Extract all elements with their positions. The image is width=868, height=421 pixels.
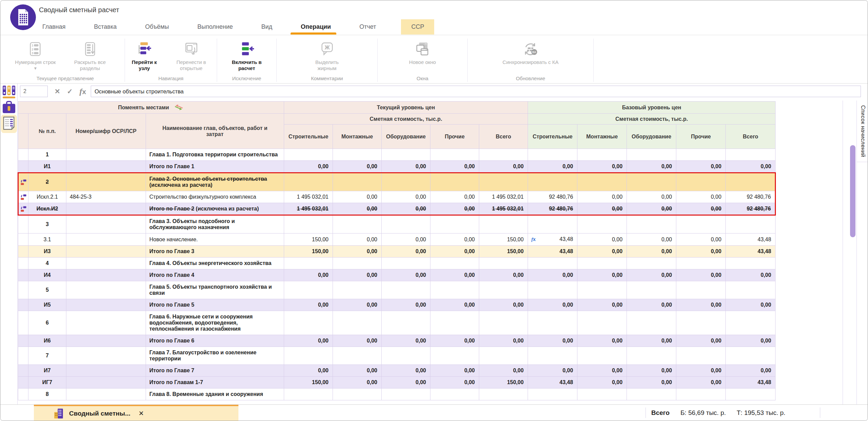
value-cell[interactable]: [577, 311, 627, 335]
value-cell[interactable]: [333, 281, 382, 299]
value-cell[interactable]: 0,00: [627, 203, 676, 215]
value-cell[interactable]: [333, 149, 382, 161]
value-cell[interactable]: [676, 215, 726, 234]
row-marker-cell[interactable]: [18, 389, 28, 400]
value-cell[interactable]: 0,00: [627, 299, 676, 311]
value-cell[interactable]: [676, 347, 726, 365]
value-cell[interactable]: [726, 347, 776, 365]
value-cell[interactable]: 0,00: [577, 203, 627, 215]
value-cell[interactable]: [528, 347, 577, 365]
value-cell[interactable]: 92 480,76: [726, 203, 776, 215]
tab-otchet[interactable]: Отчет: [356, 19, 379, 35]
value-cell[interactable]: [479, 258, 528, 269]
value-cell[interactable]: 0,00: [676, 161, 726, 173]
row-number-cell[interactable]: Искл.И2: [28, 203, 66, 215]
row-marker-cell[interactable]: [18, 347, 28, 365]
value-cell[interactable]: [479, 215, 528, 234]
value-cell[interactable]: 0,00: [627, 269, 676, 281]
row-code-cell[interactable]: [66, 215, 146, 234]
value-cell[interactable]: 0,00: [627, 234, 676, 246]
value-cell[interactable]: [430, 311, 479, 335]
value-cell[interactable]: [333, 215, 382, 234]
value-cell[interactable]: [577, 347, 627, 365]
value-cell[interactable]: 0,00: [577, 335, 627, 347]
value-cell[interactable]: 1 495 032,01: [479, 191, 528, 203]
value-cell[interactable]: [430, 281, 479, 299]
value-cell[interactable]: 0,00: [577, 161, 627, 173]
row-name-cell[interactable]: Итого по Главе 2 (исключена из расчета): [146, 203, 284, 215]
value-cell[interactable]: 0,00: [676, 335, 726, 347]
value-cell[interactable]: [726, 258, 776, 269]
value-cell[interactable]: 150,00: [479, 377, 528, 389]
value-cell[interactable]: [333, 311, 382, 335]
row-code-cell[interactable]: [66, 161, 146, 173]
value-cell[interactable]: 0,00: [627, 377, 676, 389]
value-cell[interactable]: 0,00: [676, 246, 726, 258]
value-cell[interactable]: [627, 281, 676, 299]
numbering-rows-button[interactable]: 123 Нумерация строк ▼: [15, 41, 56, 70]
value-cell[interactable]: 0,00: [726, 365, 776, 377]
value-cell[interactable]: 0,00: [726, 335, 776, 347]
value-cell[interactable]: 0,00: [430, 269, 479, 281]
row-name-cell[interactable]: Глава 8. Временные здания и сооружения: [146, 389, 284, 400]
confirm-icon[interactable]: ✓: [67, 87, 73, 95]
value-cell[interactable]: 150,00: [284, 377, 333, 389]
value-cell[interactable]: 0,00: [676, 191, 726, 203]
row-code-cell[interactable]: [66, 335, 146, 347]
row-number-cell[interactable]: И6: [28, 335, 66, 347]
value-cell[interactable]: 0,00: [333, 246, 382, 258]
value-cell[interactable]: [528, 281, 577, 299]
sync-ka-button[interactable]: КА Синхронизировать с КА: [503, 41, 558, 65]
row-number-cell[interactable]: Искл.2.1: [28, 191, 66, 203]
value-cell[interactable]: 0,00: [333, 161, 382, 173]
value-cell[interactable]: 0,00: [430, 246, 479, 258]
value-cell[interactable]: 0,00: [528, 299, 577, 311]
value-cell[interactable]: 0,00: [382, 191, 430, 203]
value-cell[interactable]: [528, 258, 577, 269]
row-name-cell[interactable]: Глава 2. Основные объекты строительства …: [146, 173, 284, 191]
value-cell[interactable]: [284, 311, 333, 335]
row-code-cell[interactable]: [66, 149, 146, 161]
row-name-cell[interactable]: Глава 5. Объекты транспортного хозяйства…: [146, 281, 284, 299]
value-cell[interactable]: 0,00: [577, 191, 627, 203]
row-code-cell[interactable]: [66, 173, 146, 191]
value-cell[interactable]: 0,00: [577, 365, 627, 377]
value-cell[interactable]: [726, 281, 776, 299]
row-name-cell[interactable]: Итого по Главе 4: [146, 269, 284, 281]
value-cell[interactable]: [430, 389, 479, 400]
value-cell[interactable]: 0,00: [382, 335, 430, 347]
value-cell[interactable]: 0,00: [676, 269, 726, 281]
swap-columns-header[interactable]: Поменять местами: [18, 102, 284, 114]
value-cell[interactable]: 0,00: [333, 234, 382, 246]
close-icon[interactable]: ✕: [139, 409, 144, 417]
value-cell[interactable]: [430, 149, 479, 161]
tab-operatsii[interactable]: Операции: [297, 19, 334, 35]
row-marker-cell[interactable]: [18, 215, 28, 234]
value-cell[interactable]: [676, 311, 726, 335]
value-cell[interactable]: 1 495 032,01: [284, 191, 333, 203]
include-in-calculation-button[interactable]: Включить в расчет: [227, 41, 267, 71]
row-marker-cell[interactable]: [18, 311, 28, 335]
row-name-cell[interactable]: Глава 3. Объекты подсобного и обслуживаю…: [146, 215, 284, 234]
row-marker-cell[interactable]: [18, 246, 28, 258]
value-cell[interactable]: [726, 311, 776, 335]
value-cell[interactable]: [528, 149, 577, 161]
row-name-cell[interactable]: Итого по Главе 7: [146, 365, 284, 377]
value-cell[interactable]: 0,00: [430, 299, 479, 311]
value-cell[interactable]: 0,00: [528, 269, 577, 281]
row-marker-cell[interactable]: [18, 258, 28, 269]
row-number-cell[interactable]: И1: [28, 161, 66, 173]
go-to-node-button[interactable]: Перейти к узлу: [126, 41, 162, 71]
tab-glavnaya[interactable]: Главная: [39, 19, 69, 35]
row-code-cell[interactable]: [66, 234, 146, 246]
value-cell[interactable]: 0,00: [479, 269, 528, 281]
expand-all-sections-button[interactable]: Раскрыть все разделы: [65, 41, 115, 71]
value-cell[interactable]: [676, 149, 726, 161]
value-cell[interactable]: [284, 149, 333, 161]
value-cell[interactable]: [627, 173, 676, 191]
row-marker-cell[interactable]: [18, 191, 28, 203]
value-cell[interactable]: [676, 389, 726, 400]
value-cell[interactable]: [528, 311, 577, 335]
row-number-cell[interactable]: И4: [28, 269, 66, 281]
value-cell[interactable]: [627, 311, 676, 335]
